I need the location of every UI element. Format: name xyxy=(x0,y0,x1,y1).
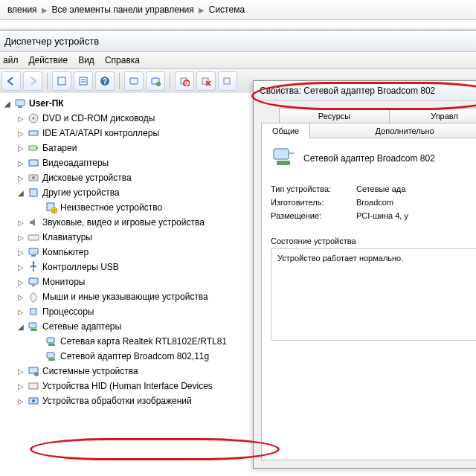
tree-item-label: Устройства обработки изображений xyxy=(42,396,192,406)
tree-item-label: Устройства HID (Human Interface Devices xyxy=(42,381,213,391)
toolbar-separator xyxy=(47,73,48,89)
toolbar-back-button[interactable] xyxy=(1,71,21,91)
svg-rect-31 xyxy=(29,278,38,284)
expand-icon[interactable]: ▷ xyxy=(16,173,25,182)
device-class-icon xyxy=(27,291,40,303)
svg-rect-13 xyxy=(16,100,25,106)
tree-item[interactable]: ▷ Процессоры xyxy=(0,304,272,319)
breadcrumb-item[interactable]: Все элементы панели управления xyxy=(52,4,194,15)
tree-item[interactable]: ◢ Сетевые адаптеры xyxy=(0,319,272,334)
device-class-icon xyxy=(27,216,40,228)
tab-power[interactable]: Управл xyxy=(389,108,476,123)
menu-action[interactable]: Действие xyxy=(28,55,68,65)
toolbar-properties-icon[interactable] xyxy=(74,71,93,91)
tree-item-label: Неизвестное устройство xyxy=(60,202,162,213)
tree-item[interactable]: ▷ Батареи xyxy=(0,141,272,155)
expand-icon[interactable]: ▷ xyxy=(16,367,25,376)
svg-point-30 xyxy=(33,262,35,264)
tree-item[interactable]: ▷ Системные устройства xyxy=(0,364,272,379)
menu-view[interactable]: Вид xyxy=(78,55,94,65)
tree-item[interactable]: Сетевой адаптер Broadcom 802,11g xyxy=(0,349,272,364)
device-class-icon xyxy=(27,365,40,377)
expand-icon[interactable]: ▷ xyxy=(16,233,25,242)
expand-icon[interactable]: ▷ xyxy=(16,263,25,271)
tree-item[interactable]: ▷ Дисковые устройства xyxy=(0,170,272,185)
tree-item[interactable]: ▷ Мониторы xyxy=(0,274,272,289)
tree-item-label: Дисковые устройства xyxy=(42,173,132,183)
tree-item[interactable]: ▷ Мыши и иные указывающие устройства xyxy=(0,289,272,304)
tree-item[interactable]: ▷ Клавиатуры xyxy=(0,230,272,245)
collapse-icon[interactable]: ◢ xyxy=(16,188,25,197)
tree-item[interactable]: ▷ Устройства HID (Human Interface Device… xyxy=(0,379,272,393)
tree-item[interactable]: ▷ Видеоадаптеры xyxy=(0,155,272,170)
svg-rect-40 xyxy=(48,358,55,361)
toolbar-help-icon[interactable]: ? xyxy=(95,71,115,91)
tree-item-label: Сетевые адаптеры xyxy=(42,321,121,332)
tree-item[interactable]: ◢ Другие устройства xyxy=(0,185,272,200)
expand-icon[interactable]: ▷ xyxy=(16,382,25,390)
tree-item[interactable]: ! Неизвестное устройство xyxy=(0,200,272,215)
tab-general[interactable]: Общие xyxy=(261,123,310,138)
toolbar-show-icon[interactable] xyxy=(52,71,71,91)
tree-item-label: Компьютер xyxy=(42,247,89,257)
toolbar-update-icon[interactable] xyxy=(146,71,165,91)
expand-icon[interactable]: ▷ xyxy=(16,248,25,257)
svg-point-33 xyxy=(30,293,36,302)
tree-item-label: Батареи xyxy=(42,143,77,153)
toolbar-separator xyxy=(119,73,120,89)
expand-icon[interactable]: ▷ xyxy=(16,307,25,316)
svg-rect-37 xyxy=(47,338,54,343)
svg-point-45 xyxy=(32,399,35,402)
tree-item-label: Процессоры xyxy=(42,306,94,317)
svg-rect-38 xyxy=(48,344,55,346)
device-class-icon xyxy=(27,276,40,288)
device-tree[interactable]: ◢ User-ПК ▷ DVD и CD-ROM дисководы ▷ IDE… xyxy=(0,93,272,476)
svg-text:?: ? xyxy=(103,77,107,86)
toolbar-uninstall-icon[interactable] xyxy=(196,71,216,91)
svg-rect-43 xyxy=(29,383,38,389)
device-class-icon xyxy=(27,306,40,318)
tree-root[interactable]: ◢ User-ПК xyxy=(0,96,272,111)
expand-icon[interactable]: ▷ xyxy=(16,277,25,286)
svg-rect-34 xyxy=(30,309,36,315)
toolbar-disable-icon[interactable] xyxy=(175,71,194,91)
svg-rect-6 xyxy=(130,78,138,84)
device-status-box[interactable]: Устройство работает нормально. xyxy=(271,248,476,341)
expand-icon[interactable]: ▷ xyxy=(16,129,25,138)
tree-item-label: Клавиатуры xyxy=(42,232,92,242)
device-class-icon xyxy=(27,172,40,184)
menu-help[interactable]: Справка xyxy=(105,55,140,65)
leaf-icon xyxy=(34,352,43,361)
expand-icon[interactable]: ▷ xyxy=(16,218,25,227)
toolbar-scan-icon[interactable] xyxy=(124,71,144,91)
expand-icon[interactable]: ▷ xyxy=(16,158,25,167)
tab-resources[interactable]: Ресурсы xyxy=(279,108,390,123)
expand-icon[interactable]: ▷ xyxy=(16,396,25,405)
expand-icon[interactable]: ▷ xyxy=(16,144,25,152)
breadcrumb-item[interactable]: вления xyxy=(7,4,37,15)
breadcrumb-item[interactable]: Система xyxy=(209,4,245,15)
device-class-icon xyxy=(27,112,40,124)
collapse-icon[interactable]: ◢ xyxy=(16,322,25,331)
device-class-icon xyxy=(27,231,40,243)
tree-item[interactable]: Сетевая карта Realtek RTL8102E/RTL81 xyxy=(0,334,272,349)
menu-file[interactable]: айл xyxy=(3,55,18,65)
expand-icon[interactable]: ▷ xyxy=(16,292,25,301)
tree-item[interactable]: ▷ Звуковые, видео и игровые устройства xyxy=(0,215,272,230)
tree-item[interactable]: ▷ Устройства обработки изображений xyxy=(0,393,272,408)
tab-advanced[interactable]: Дополнительно xyxy=(309,123,476,138)
expand-icon[interactable]: ▷ xyxy=(16,114,25,123)
svg-rect-27 xyxy=(28,235,39,240)
value-location: PCI-шина 4, у xyxy=(356,211,408,220)
tree-item-label: Контроллеры USB xyxy=(42,262,119,272)
svg-point-22 xyxy=(32,176,35,179)
tree-item[interactable]: ▷ Контроллеры USB xyxy=(0,260,272,274)
label-manufacturer: Изготовитель: xyxy=(271,198,356,207)
toolbar-forward-button[interactable] xyxy=(23,71,42,91)
collapse-icon[interactable]: ◢ xyxy=(3,99,12,108)
toolbar-refresh-icon[interactable] xyxy=(218,71,237,91)
tree-item[interactable]: ▷ IDE ATA/ATAPI контроллеры xyxy=(0,126,272,141)
tree-item[interactable]: ▷ DVD и CD-ROM дисководы xyxy=(0,111,272,126)
svg-rect-20 xyxy=(29,160,38,166)
tree-item[interactable]: ▷ Компьютер xyxy=(0,245,272,260)
